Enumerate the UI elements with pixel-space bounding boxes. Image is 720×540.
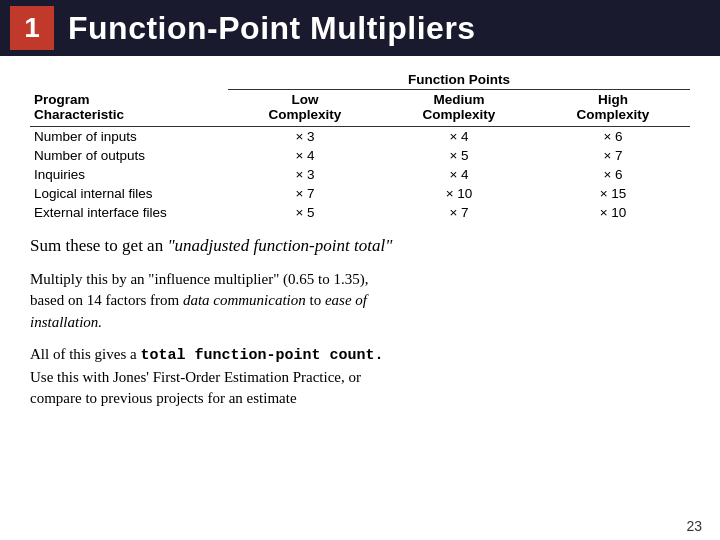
col-high-header: HighComplexity (536, 90, 690, 127)
row-1-med: × 4 (382, 127, 536, 147)
row-2-high: × 7 (536, 146, 690, 165)
function-points-header: Function Points (228, 70, 690, 90)
table-row: Number of inputs × 3 × 4 × 6 (30, 127, 690, 147)
row-1-name: Number of inputs (30, 127, 228, 147)
col-characteristic-header: ProgramCharacteristic (30, 90, 228, 127)
row-2-med: × 5 (382, 146, 536, 165)
row-3-med: × 4 (382, 165, 536, 184)
table-column-headers: ProgramCharacteristic LowComplexity Medi… (30, 90, 690, 127)
table-row: Inquiries × 3 × 4 × 6 (30, 165, 690, 184)
quote-unadjusted: "unadjusted function-point total" (167, 236, 392, 255)
row-3-name: Inquiries (30, 165, 228, 184)
row-4-high: × 15 (536, 184, 690, 203)
paragraph-all: All of this gives a total function-point… (30, 344, 690, 410)
italic-data-comm: data communication (183, 292, 306, 308)
row-4-name: Logical internal files (30, 184, 228, 203)
row-2-low: × 4 (228, 146, 382, 165)
col-medium-header: MediumComplexity (382, 90, 536, 127)
table-row: Logical internal files × 7 × 10 × 15 (30, 184, 690, 203)
slide-header: 1 Function-Point Multipliers (0, 0, 720, 56)
page-number: 23 (686, 518, 702, 534)
paragraph-sum: Sum these to get an "unadjusted function… (30, 234, 690, 259)
row-5-name: External interface files (30, 203, 228, 222)
row-3-low: × 3 (228, 165, 382, 184)
slide-number: 1 (10, 6, 54, 50)
row-1-low: × 3 (228, 127, 382, 147)
row-5-low: × 5 (228, 203, 382, 222)
function-point-table: Function Points ProgramCharacteristic Lo… (30, 70, 690, 222)
table-row: External interface files × 5 × 7 × 10 (30, 203, 690, 222)
row-2-name: Number of outputs (30, 146, 228, 165)
row-5-high: × 10 (536, 203, 690, 222)
row-5-med: × 7 (382, 203, 536, 222)
table-row: Number of outputs × 4 × 5 × 7 (30, 146, 690, 165)
slide-content: Function Points ProgramCharacteristic Lo… (0, 56, 720, 430)
bold-total-fp: total function-point count. (140, 347, 383, 364)
table-span-header-row: Function Points (30, 70, 690, 90)
row-1-high: × 6 (536, 127, 690, 147)
paragraph-multiply: Multiply this by an "influence multiplie… (30, 269, 690, 334)
table-empty-cell (30, 70, 228, 90)
row-3-high: × 6 (536, 165, 690, 184)
row-4-low: × 7 (228, 184, 382, 203)
col-low-header: LowComplexity (228, 90, 382, 127)
slide-title: Function-Point Multipliers (68, 10, 476, 47)
row-4-med: × 10 (382, 184, 536, 203)
